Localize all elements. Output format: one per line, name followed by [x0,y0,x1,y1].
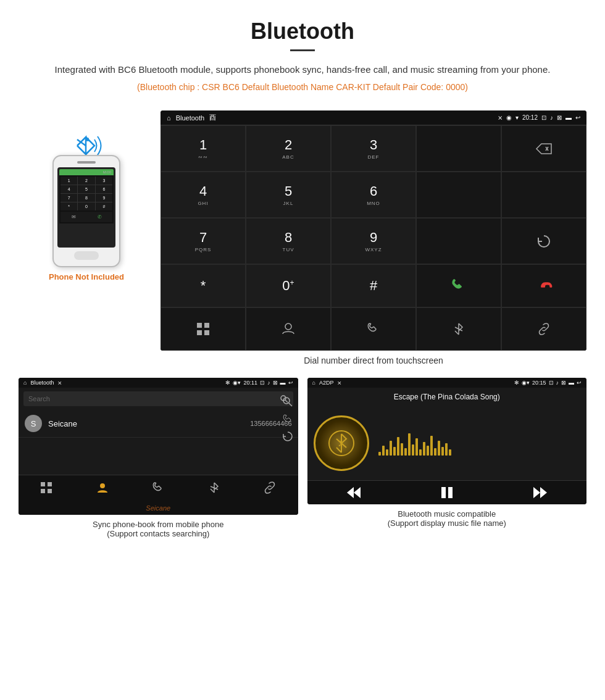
empty-cell-1 [416,172,501,218]
dial-statusbar: ⌂ Bluetooth ⾣ ⨯ ◉ ▾ 20:12 ⊡ ♪ ⊠ ▬ ↩ [161,110,586,125]
dialpad-nav-grid[interactable] [161,307,246,351]
key-9[interactable]: 9WXYZ [331,218,416,264]
phone-screen-body: 1 2 3 4 5 6 7 8 9 * 0 # [59,175,114,223]
call-key[interactable] [416,264,501,307]
refresh-icon [536,233,552,249]
key-2[interactable]: 2ABC [246,125,331,172]
visualizer-bar [412,444,414,456]
svg-point-13 [100,483,105,488]
backspace-icon [535,143,553,155]
next-track-button[interactable] [493,486,586,499]
backspace-key[interactable] [501,125,586,172]
music-mute[interactable]: ⊠ [561,380,566,386]
key-4[interactable]: 4GHI [161,172,246,218]
phone-key-hash: # [96,202,112,210]
pb-mute[interactable]: ⊠ [273,380,278,386]
dial-device-screen: ⌂ Bluetooth ⾣ ⨯ ◉ ▾ 20:12 ⊡ ♪ ⊠ ▬ ↩ [161,110,586,351]
key-3[interactable]: 3DEF [331,125,416,172]
music-signal: ◉▾ [522,380,530,386]
pb-nav-grid[interactable] [19,479,75,496]
visualizer-bar [408,433,411,456]
screen-icon[interactable]: ▬ [565,114,572,121]
pb-home-icon[interactable]: ⌂ [23,380,27,386]
phonebook-search-bar[interactable]: Search [23,391,293,406]
key-0[interactable]: 0+ [246,264,331,307]
music-bt: ✻ [514,380,519,386]
pb-nav-contacts[interactable] [75,479,131,496]
end-call-key[interactable] [501,264,586,307]
play-pause-button[interactable] [400,486,493,499]
call-icon [449,277,468,295]
svg-rect-9 [41,482,45,486]
key-7[interactable]: 7PQRS [161,218,246,264]
music-caption-1: Bluetooth music compatible [307,509,587,519]
pb-cam[interactable]: ⊡ [260,380,265,386]
music-statusbar-left: ⌂ A2DP ⨯ [312,380,343,386]
music-vol[interactable]: ♪ [556,380,559,386]
refresh-key[interactable] [501,218,586,264]
page-description: Integrated with BC6 Bluetooth module, su… [37,62,568,77]
key-5[interactable]: 5JKL [246,172,331,218]
volume-icon[interactable]: ♪ [550,114,553,121]
visualizer-bar [415,438,418,456]
music-statusbar-right: ✻ ◉▾ 20:15 ⊡ ♪ ⊠ ▬ ↩ [514,380,582,386]
music-back[interactable]: ↩ [577,380,582,386]
prev-track-button[interactable] [307,486,401,499]
pb-nav-phone[interactable] [130,479,186,496]
link-icon [536,322,551,336]
music-note-icon: ♪ [326,428,357,459]
dialpad-nav-bluetooth[interactable] [416,307,501,351]
phone-icon [366,322,381,336]
svg-point-7 [283,398,290,404]
pb-search-side-icon[interactable] [282,396,293,407]
pb-nav-link[interactable] [242,479,298,496]
dialpad-nav-contacts[interactable] [246,307,331,351]
pb-scr[interactable]: ▬ [280,380,286,386]
key-star[interactable]: * [161,264,246,307]
camera-icon[interactable]: ⊡ [541,114,546,121]
music-home-icon[interactable]: ⌂ [312,380,315,386]
phone-mockup: ● Add to Contacts M:00 1 2 3 4 5 6 7 8 [52,155,120,267]
pb-statusbar-right: ✻ ◉▾ 20:11 ⊡ ♪ ⊠ ▬ ↩ [225,380,293,386]
dialpad-nav-link[interactable] [501,307,586,351]
pb-vol[interactable]: ♪ [267,380,270,386]
music-scr[interactable]: ▬ [569,380,574,386]
music-visualizer [378,431,581,456]
key-1[interactable]: 1∾∾ [161,125,246,172]
prev-icon [347,487,361,498]
visualizer-bar [449,449,451,456]
dial-caption: Dial number direct from touchscreen [161,356,586,365]
key-hash[interactable]: # [331,264,416,307]
visualizer-bar [430,436,433,456]
pb-back[interactable]: ↩ [288,380,293,386]
pb-app-name: Bluetooth [30,380,54,386]
music-screen: ⌂ A2DP ⨯ ✻ ◉▾ 20:15 ⊡ ♪ ⊠ ▬ ↩ Escape (Th… [307,378,587,504]
contact-row[interactable]: S Seicane 13566664466 [19,410,298,438]
dial-screen-container: ⌂ Bluetooth ⾣ ⨯ ◉ ▾ 20:12 ⊡ ♪ ⊠ ▬ ↩ [161,110,586,365]
svg-rect-2 [197,330,202,335]
mute-icon[interactable]: ⊠ [557,114,562,121]
key-8[interactable]: 8TUV [246,218,331,264]
signal-icon: ▾ [515,114,519,121]
phone-screen: ● Add to Contacts M:00 1 2 3 4 5 6 7 8 [57,167,115,248]
music-cam[interactable]: ⊡ [549,380,554,386]
bt-icon: ⨯ [498,114,503,121]
dialpad-nav-phone[interactable] [331,307,416,351]
pb-nav-bluetooth[interactable] [186,479,243,496]
phone-key-7: 7 [60,194,77,202]
visualizer-bar [423,442,425,456]
bt-symbol: ⬝ [81,129,93,152]
back-icon[interactable]: ↩ [575,114,580,121]
pb-bt-icon [208,481,220,494]
bottom-row: ⌂ Bluetooth ⨯ ✻ ◉▾ 20:11 ⊡ ♪ ⊠ ▬ ↩ [0,378,605,538]
home-icon[interactable]: ⌂ [167,114,171,122]
svg-rect-12 [48,489,52,493]
key-6[interactable]: 6MNO [331,172,416,218]
display-area [416,125,501,172]
pb-phone-side-icon[interactable] [282,414,293,425]
phonebook-item: ⌂ Bluetooth ⨯ ✻ ◉▾ 20:11 ⊡ ♪ ⊠ ▬ ↩ [19,378,298,538]
svg-rect-1 [204,323,209,328]
pb-refresh-side-icon[interactable] [282,431,293,442]
visualizer-bar [434,448,436,456]
visualizer-bar [390,441,392,456]
